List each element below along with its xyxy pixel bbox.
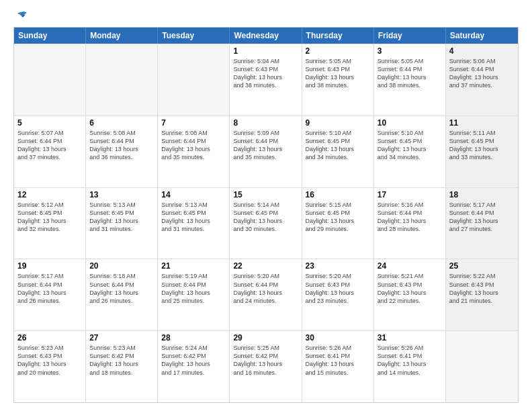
logo — [13, 11, 28, 20]
day-number: 27 — [89, 333, 154, 342]
weekday-header-thursday: Thursday — [302, 28, 374, 44]
page: SundayMondayTuesdayWednesdayThursdayFrid… — [0, 0, 532, 411]
calendar-cell — [446, 331, 518, 402]
day-number: 15 — [233, 190, 298, 199]
cell-details: Sunrise: 5:19 AM Sunset: 6:44 PM Dayligh… — [161, 272, 226, 305]
cell-details: Sunrise: 5:08 AM Sunset: 6:44 PM Dayligh… — [89, 129, 154, 162]
calendar-cell: 2Sunrise: 5:05 AM Sunset: 6:43 PM Daylig… — [302, 44, 374, 116]
calendar-cell: 26Sunrise: 5:23 AM Sunset: 6:43 PM Dayli… — [14, 331, 86, 402]
cell-details: Sunrise: 5:07 AM Sunset: 6:44 PM Dayligh… — [17, 129, 82, 162]
calendar-cell: 21Sunrise: 5:19 AM Sunset: 6:44 PM Dayli… — [158, 259, 230, 330]
day-number: 16 — [306, 190, 370, 199]
cell-details: Sunrise: 5:09 AM Sunset: 6:44 PM Dayligh… — [233, 129, 298, 162]
calendar-cell: 1Sunrise: 5:04 AM Sunset: 6:43 PM Daylig… — [230, 44, 302, 116]
calendar-cell — [158, 44, 230, 116]
day-number: 8 — [233, 118, 298, 128]
calendar-cell: 12Sunrise: 5:12 AM Sunset: 6:45 PM Dayli… — [14, 188, 86, 259]
calendar: SundayMondayTuesdayWednesdayThursdayFrid… — [13, 27, 519, 403]
cell-details: Sunrise: 5:24 AM Sunset: 6:42 PM Dayligh… — [161, 344, 226, 377]
calendar-cell: 7Sunrise: 5:08 AM Sunset: 6:44 PM Daylig… — [158, 116, 230, 187]
cell-details: Sunrise: 5:10 AM Sunset: 6:45 PM Dayligh… — [378, 129, 442, 162]
calendar-cell: 16Sunrise: 5:15 AM Sunset: 6:45 PM Dayli… — [302, 188, 374, 259]
calendar-cell — [14, 44, 86, 116]
calendar-cell: 14Sunrise: 5:13 AM Sunset: 6:45 PM Dayli… — [158, 188, 230, 259]
cell-details: Sunrise: 5:17 AM Sunset: 6:44 PM Dayligh… — [449, 201, 515, 234]
calendar-cell: 29Sunrise: 5:25 AM Sunset: 6:42 PM Dayli… — [230, 331, 302, 402]
calendar-cell: 3Sunrise: 5:05 AM Sunset: 6:44 PM Daylig… — [374, 44, 446, 116]
day-number: 3 — [378, 46, 442, 56]
cell-details: Sunrise: 5:05 AM Sunset: 6:44 PM Dayligh… — [378, 57, 442, 90]
day-number: 29 — [233, 333, 298, 342]
day-number: 13 — [89, 190, 154, 199]
cell-details: Sunrise: 5:13 AM Sunset: 6:45 PM Dayligh… — [161, 201, 226, 234]
weekday-header-wednesday: Wednesday — [230, 28, 302, 44]
day-number: 28 — [161, 333, 226, 342]
cell-details: Sunrise: 5:06 AM Sunset: 6:44 PM Dayligh… — [449, 57, 515, 90]
calendar-cell: 31Sunrise: 5:26 AM Sunset: 6:41 PM Dayli… — [374, 331, 446, 402]
cell-details: Sunrise: 5:23 AM Sunset: 6:42 PM Dayligh… — [89, 344, 154, 377]
logo-bird-icon — [15, 11, 28, 20]
calendar-cell — [86, 44, 158, 116]
day-number: 1 — [233, 46, 298, 56]
calendar-cell: 25Sunrise: 5:22 AM Sunset: 6:43 PM Dayli… — [446, 259, 518, 330]
cell-details: Sunrise: 5:23 AM Sunset: 6:43 PM Dayligh… — [17, 344, 82, 377]
calendar-row-3: 19Sunrise: 5:17 AM Sunset: 6:44 PM Dayli… — [14, 259, 518, 330]
cell-details: Sunrise: 5:11 AM Sunset: 6:45 PM Dayligh… — [449, 129, 515, 162]
calendar-cell: 18Sunrise: 5:17 AM Sunset: 6:44 PM Dayli… — [446, 188, 518, 259]
header — [13, 11, 519, 20]
cell-details: Sunrise: 5:13 AM Sunset: 6:45 PM Dayligh… — [89, 201, 154, 234]
day-number: 31 — [378, 333, 442, 342]
cell-details: Sunrise: 5:26 AM Sunset: 6:41 PM Dayligh… — [306, 344, 370, 377]
cell-details: Sunrise: 5:18 AM Sunset: 6:44 PM Dayligh… — [89, 272, 154, 305]
calendar-row-1: 5Sunrise: 5:07 AM Sunset: 6:44 PM Daylig… — [14, 116, 518, 187]
calendar-cell: 11Sunrise: 5:11 AM Sunset: 6:45 PM Dayli… — [446, 116, 518, 187]
calendar-cell: 10Sunrise: 5:10 AM Sunset: 6:45 PM Dayli… — [374, 116, 446, 187]
calendar-cell: 20Sunrise: 5:18 AM Sunset: 6:44 PM Dayli… — [86, 259, 158, 330]
cell-details: Sunrise: 5:20 AM Sunset: 6:43 PM Dayligh… — [306, 272, 370, 305]
cell-details: Sunrise: 5:14 AM Sunset: 6:45 PM Dayligh… — [233, 201, 298, 234]
cell-details: Sunrise: 5:15 AM Sunset: 6:45 PM Dayligh… — [306, 201, 370, 234]
day-number: 21 — [161, 261, 226, 271]
calendar-cell: 8Sunrise: 5:09 AM Sunset: 6:44 PM Daylig… — [230, 116, 302, 187]
day-number: 2 — [306, 46, 370, 56]
cell-details: Sunrise: 5:22 AM Sunset: 6:43 PM Dayligh… — [449, 272, 515, 305]
day-number: 7 — [161, 118, 226, 128]
calendar-row-2: 12Sunrise: 5:12 AM Sunset: 6:45 PM Dayli… — [14, 187, 518, 259]
cell-details: Sunrise: 5:25 AM Sunset: 6:42 PM Dayligh… — [233, 344, 298, 377]
calendar-cell: 19Sunrise: 5:17 AM Sunset: 6:44 PM Dayli… — [14, 259, 86, 330]
cell-details: Sunrise: 5:17 AM Sunset: 6:44 PM Dayligh… — [17, 272, 82, 305]
day-number: 4 — [449, 46, 515, 56]
cell-details: Sunrise: 5:10 AM Sunset: 6:45 PM Dayligh… — [306, 129, 370, 162]
calendar-row-4: 26Sunrise: 5:23 AM Sunset: 6:43 PM Dayli… — [14, 330, 518, 402]
calendar-cell: 4Sunrise: 5:06 AM Sunset: 6:44 PM Daylig… — [446, 44, 518, 116]
day-number: 22 — [233, 261, 298, 271]
calendar-cell: 5Sunrise: 5:07 AM Sunset: 6:44 PM Daylig… — [14, 116, 86, 187]
cell-details: Sunrise: 5:20 AM Sunset: 6:44 PM Dayligh… — [233, 272, 298, 305]
weekday-header-monday: Monday — [86, 28, 158, 44]
calendar-cell: 27Sunrise: 5:23 AM Sunset: 6:42 PM Dayli… — [86, 331, 158, 402]
calendar-header: SundayMondayTuesdayWednesdayThursdayFrid… — [14, 28, 518, 44]
cell-details: Sunrise: 5:16 AM Sunset: 6:44 PM Dayligh… — [378, 201, 442, 234]
day-number: 5 — [17, 118, 82, 128]
calendar-cell: 6Sunrise: 5:08 AM Sunset: 6:44 PM Daylig… — [86, 116, 158, 187]
day-number: 23 — [306, 261, 370, 271]
cell-details: Sunrise: 5:05 AM Sunset: 6:43 PM Dayligh… — [306, 57, 370, 90]
day-number: 25 — [449, 261, 515, 271]
calendar-cell: 23Sunrise: 5:20 AM Sunset: 6:43 PM Dayli… — [302, 259, 374, 330]
day-number: 17 — [378, 190, 442, 199]
cell-details: Sunrise: 5:08 AM Sunset: 6:44 PM Dayligh… — [161, 129, 226, 162]
day-number: 30 — [306, 333, 370, 342]
cell-details: Sunrise: 5:04 AM Sunset: 6:43 PM Dayligh… — [233, 57, 298, 90]
day-number: 18 — [449, 190, 515, 199]
calendar-cell: 22Sunrise: 5:20 AM Sunset: 6:44 PM Dayli… — [230, 259, 302, 330]
day-number: 9 — [306, 118, 370, 128]
day-number: 14 — [161, 190, 226, 199]
day-number: 6 — [89, 118, 154, 128]
day-number: 10 — [378, 118, 442, 128]
day-number: 11 — [449, 118, 515, 128]
calendar-cell: 17Sunrise: 5:16 AM Sunset: 6:44 PM Dayli… — [374, 188, 446, 259]
calendar-row-0: 1Sunrise: 5:04 AM Sunset: 6:43 PM Daylig… — [14, 44, 518, 116]
calendar-cell: 24Sunrise: 5:21 AM Sunset: 6:43 PM Dayli… — [374, 259, 446, 330]
calendar-cell: 13Sunrise: 5:13 AM Sunset: 6:45 PM Dayli… — [86, 188, 158, 259]
day-number: 12 — [17, 190, 82, 199]
